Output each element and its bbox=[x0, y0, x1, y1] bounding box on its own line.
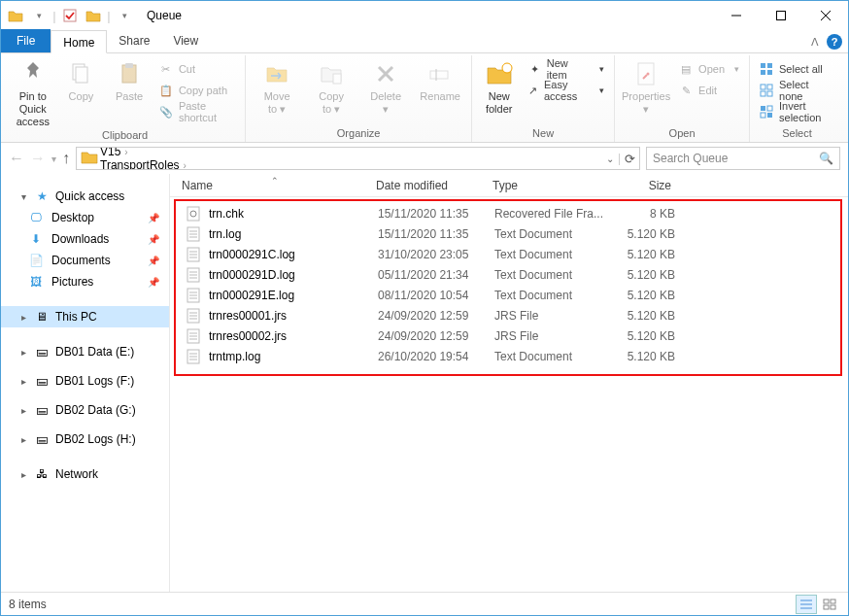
file-name: trn0000291E.log bbox=[209, 289, 294, 302]
file-date: 15/11/2020 11:35 bbox=[378, 227, 494, 241]
nav-item-desktop[interactable]: 🖵Desktop📌 bbox=[18, 207, 169, 228]
pin-icon: 📌 bbox=[148, 277, 169, 288]
file-name: trnres00002.jrs bbox=[209, 329, 287, 343]
sort-indicator-icon: ⌃ bbox=[271, 176, 279, 186]
file-row[interactable]: trn.chk15/11/2020 11:35Recovered File Fr… bbox=[176, 203, 840, 223]
tab-home[interactable]: Home bbox=[51, 30, 107, 53]
file-name: trnres00001.jrs bbox=[209, 309, 287, 323]
open-icon: ▤ bbox=[679, 62, 693, 76]
rename-button[interactable]: Rename bbox=[415, 57, 465, 103]
cut-button[interactable]: ✂Cut bbox=[155, 59, 239, 79]
file-row[interactable]: trn.log15/11/2020 11:35Text Document5.12… bbox=[176, 223, 840, 244]
checkbox-icon[interactable] bbox=[59, 5, 81, 26]
copy-button[interactable]: Copy bbox=[59, 57, 104, 103]
svg-rect-26 bbox=[767, 106, 772, 111]
pin-icon: 📌 bbox=[148, 256, 169, 266]
search-input[interactable]: Search Queue 🔍 bbox=[646, 147, 840, 170]
delete-icon bbox=[360, 57, 411, 90]
delete-button[interactable]: Delete▾ bbox=[360, 57, 411, 116]
new-item-icon: ✦ bbox=[527, 62, 541, 76]
qat-separator: | bbox=[106, 5, 112, 26]
file-row[interactable]: trn0000291D.log05/11/2020 21:34Text Docu… bbox=[176, 264, 840, 285]
tab-file[interactable]: File bbox=[1, 29, 51, 52]
folder-icon[interactable] bbox=[5, 5, 26, 26]
tab-share[interactable]: Share bbox=[107, 29, 161, 52]
nav-quick-access[interactable]: ▾★Quick access bbox=[18, 186, 169, 207]
qat-overflow-icon[interactable]: ▾ bbox=[114, 5, 135, 26]
svg-rect-27 bbox=[761, 113, 765, 118]
group-label: Clipboard bbox=[11, 128, 239, 142]
svg-rect-0 bbox=[64, 10, 76, 21]
nav-drive[interactable]: ▸🖴DB02 Logs (H:) bbox=[18, 428, 169, 450]
group-label: New bbox=[478, 126, 608, 142]
file-type: Text Document bbox=[494, 248, 609, 261]
ribbon-tabs: File Home Share View ᐱ ? bbox=[1, 30, 848, 53]
tab-view[interactable]: View bbox=[161, 29, 210, 52]
open-button[interactable]: ▤Open▾ bbox=[675, 59, 743, 79]
svg-rect-63 bbox=[831, 599, 835, 603]
network-icon: 🖧 bbox=[34, 466, 50, 482]
nav-this-pc[interactable]: ▸🖥This PC bbox=[1, 306, 169, 327]
close-button[interactable] bbox=[803, 1, 848, 30]
drive-icon: 🖴 bbox=[34, 344, 50, 359]
select-none-button[interactable]: Select none bbox=[756, 81, 838, 100]
file-name: trntmp.log bbox=[209, 350, 260, 363]
nav-drive[interactable]: ▸🖴DB01 Logs (F:) bbox=[18, 370, 169, 392]
breadcrumb-segment[interactable]: TransportRoles› bbox=[100, 158, 200, 170]
file-row[interactable]: trnres00001.jrs24/09/2020 12:59JRS File5… bbox=[176, 305, 840, 325]
help-icon[interactable]: ? bbox=[827, 34, 842, 50]
nav-item-pictures[interactable]: 🖼Pictures📌 bbox=[18, 271, 169, 292]
breadcrumb-bar[interactable]: ›Microsoft›Exchange Server›V15›Transport… bbox=[76, 147, 640, 170]
nav-drive[interactable]: ▸🖴DB02 Data (G:) bbox=[18, 399, 169, 421]
new-folder-button[interactable]: New folder bbox=[478, 57, 520, 116]
nav-item-documents[interactable]: 📄Documents📌 bbox=[18, 250, 169, 271]
move-to-button[interactable]: Move to ▾ bbox=[252, 57, 302, 116]
invert-selection-button[interactable]: Invert selection bbox=[756, 102, 838, 121]
details-view-button[interactable] bbox=[796, 595, 817, 614]
nav-item-downloads[interactable]: ⬇Downloads📌 bbox=[18, 228, 169, 250]
pin-to-quick-access-button[interactable]: Pin to Quick access bbox=[11, 57, 55, 128]
back-button[interactable]: ← bbox=[9, 150, 24, 167]
edit-button[interactable]: ✎Edit bbox=[675, 81, 743, 100]
thumbnails-view-button[interactable] bbox=[819, 595, 840, 614]
select-all-button[interactable]: Select all bbox=[756, 59, 838, 79]
file-view: Name⌃ Date modified Type Size trn.chk15/… bbox=[170, 174, 848, 592]
file-row[interactable]: trntmp.log26/10/2020 19:54Text Document5… bbox=[176, 346, 840, 366]
file-icon bbox=[186, 206, 201, 222]
column-headers[interactable]: Name⌃ Date modified Type Size bbox=[170, 174, 848, 197]
copy-path-icon: 📋 bbox=[159, 84, 173, 97]
cut-icon: ✂ bbox=[159, 62, 173, 76]
file-type: Text Document bbox=[494, 350, 609, 363]
folder-icon bbox=[81, 150, 98, 167]
file-row[interactable]: trn0000291E.log08/11/2020 10:54Text Docu… bbox=[176, 285, 840, 305]
maximize-button[interactable] bbox=[759, 1, 803, 30]
copy-to-button[interactable]: Copy to ▾ bbox=[306, 57, 357, 116]
paste-shortcut-button[interactable]: 📎Paste shortcut bbox=[155, 102, 239, 121]
new-item-button[interactable]: ✦New item▾ bbox=[524, 59, 608, 79]
nav-drive[interactable]: ▸🖴DB01 Data (E:) bbox=[18, 341, 169, 362]
drive-icon: 🖴 bbox=[34, 402, 50, 418]
file-icon bbox=[186, 288, 201, 303]
file-row[interactable]: trnres00002.jrs24/09/2020 12:59JRS File5… bbox=[176, 325, 840, 346]
easy-access-button[interactable]: ↗Easy access▾ bbox=[524, 81, 608, 100]
paste-shortcut-icon: 📎 bbox=[159, 105, 173, 119]
svg-rect-23 bbox=[761, 91, 765, 96]
refresh-button[interactable]: ⟳ bbox=[625, 152, 635, 166]
copy-path-button[interactable]: 📋Copy path bbox=[155, 81, 239, 100]
forward-button[interactable]: → bbox=[30, 150, 46, 167]
nav-network[interactable]: ▸🖧Network bbox=[18, 463, 169, 485]
breadcrumb-segment[interactable]: V15› bbox=[100, 147, 200, 158]
dropdown-icon[interactable]: ▾ bbox=[28, 5, 50, 26]
up-button[interactable]: ↑ bbox=[62, 150, 70, 167]
properties-button[interactable]: Properties▾ bbox=[621, 57, 671, 116]
address-dropdown-icon[interactable]: ⌄ bbox=[606, 154, 614, 164]
group-open: Properties▾ ▤Open▾ ✎Edit Open bbox=[615, 55, 750, 142]
file-row[interactable]: trn0000291C.log31/10/2020 23:05Text Docu… bbox=[176, 244, 840, 264]
minimize-button[interactable] bbox=[714, 1, 759, 30]
recent-dropdown[interactable]: ▾ bbox=[51, 154, 56, 164]
paste-button[interactable]: Paste bbox=[107, 57, 152, 103]
file-name: trn0000291D.log bbox=[209, 268, 295, 282]
svg-rect-28 bbox=[767, 113, 772, 118]
collapse-ribbon-icon[interactable]: ᐱ bbox=[811, 36, 819, 49]
folder-icon[interactable] bbox=[83, 5, 104, 26]
